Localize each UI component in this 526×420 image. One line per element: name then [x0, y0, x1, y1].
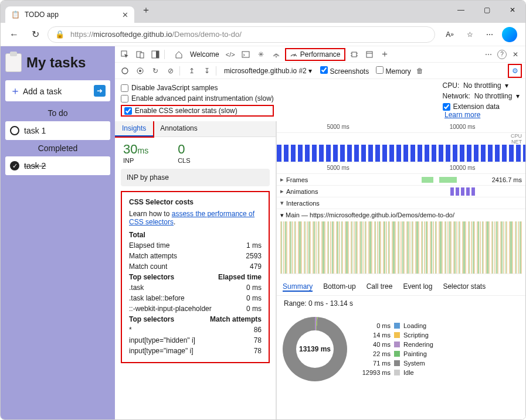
trash-icon[interactable]: 🗑 [413, 64, 426, 77]
screenshots-checkbox[interactable]: Screenshots [320, 66, 369, 76]
read-aloud-icon[interactable]: A» [442, 27, 457, 42]
maximize-button[interactable]: ▢ [474, 1, 500, 19]
help-icon[interactable]: ? [497, 50, 507, 59]
tab-welcome[interactable]: Welcome [188, 50, 222, 59]
refresh-button[interactable]: ↻ [26, 26, 44, 43]
task-row[interactable]: ✓ task 2 [5, 156, 110, 175]
record-button[interactable] [118, 64, 131, 77]
application-icon[interactable] [363, 48, 376, 61]
close-window-button[interactable]: ✕ [500, 1, 525, 19]
frames-track[interactable]: ▸Frames2416.7 ms [277, 174, 525, 186]
svg-rect-8 [352, 52, 357, 57]
unchecked-icon[interactable] [10, 126, 19, 135]
new-tab-button[interactable]: ＋ [134, 4, 158, 16]
inp-phase-card[interactable]: INP by phase [121, 169, 270, 186]
svg-rect-4 [156, 51, 159, 58]
annotations-tab[interactable]: Annotations [153, 121, 204, 136]
interactions-track[interactable]: ▾Interactions [277, 197, 525, 209]
reload-icon[interactable]: ↻ [149, 64, 162, 77]
new-tab-icon[interactable]: ＋ [378, 48, 391, 61]
devtools-panel: Welcome </> ✳ Performance ＋ ⋯ ? ✕ [115, 46, 525, 419]
main-track-header[interactable]: ▾ Main — https://microsoftedge.github.io… [280, 211, 522, 219]
elements-icon[interactable]: </> [224, 48, 237, 61]
minimize-button[interactable]: — [448, 1, 474, 19]
url-input[interactable]: 🔒 https://microsoftedge.github.io/Demos/… [47, 26, 435, 43]
subtab-summary[interactable]: Summary [283, 282, 313, 292]
summary-donut: 13139 ms [283, 317, 347, 381]
range-text: Range: 0 ms - 13.14 s [277, 296, 525, 311]
network-icon[interactable] [270, 48, 283, 61]
network-throttle-select[interactable]: No throttling ▾ [474, 92, 520, 100]
svg-point-6 [276, 56, 277, 57]
inspect-icon[interactable] [118, 48, 131, 61]
svg-point-17 [139, 70, 141, 72]
css-selector-costs-panel: CSS Selector costs Learn how to assess t… [121, 191, 270, 363]
clear-icon[interactable]: ⊘ [164, 64, 177, 77]
svg-point-15 [122, 68, 128, 74]
more-devtools-icon[interactable]: ⋯ [482, 48, 495, 61]
home-icon[interactable] [172, 48, 185, 61]
subtab-eventlog[interactable]: Event log [403, 282, 432, 292]
webpage-content: My tasks ＋Add a task ➜ To do task 1 Comp… [1, 46, 115, 419]
page-title: My tasks [5, 53, 110, 72]
checked-icon[interactable]: ✓ [10, 161, 19, 170]
css-selector-stats-checkbox[interactable]: Enable CSS selector stats (slow) [121, 105, 274, 117]
titlebar: 📋 TODO app ✕ ＋ — ▢ ✕ [1, 1, 525, 23]
bug-icon[interactable]: ✳ [254, 48, 267, 61]
svg-rect-2 [140, 53, 144, 58]
recording-selector[interactable]: microsoftedge.github.io #2 ▾ [222, 67, 314, 75]
insights-tab[interactable]: Insights [115, 121, 153, 136]
page-icon: 📋 [11, 11, 20, 19]
task-row[interactable]: task 1 [5, 121, 110, 140]
back-button[interactable]: ← [5, 26, 23, 43]
cpu-throttle-select[interactable]: No throttling ▾ [463, 81, 508, 90]
disable-js-checkbox[interactable]: Disable JavaScript samples [121, 84, 274, 92]
subtab-bottomup[interactable]: Bottom-up [323, 282, 355, 292]
close-tab-icon[interactable]: ✕ [122, 11, 128, 19]
more-icon[interactable]: ⋯ [482, 27, 497, 42]
summary-legend: 0 msLoading14 msScripting40 msRendering2… [361, 321, 433, 377]
lock-icon: 🔒 [55, 30, 65, 39]
memory-checkbox[interactable]: Memory [376, 66, 411, 76]
subtab-selectorstats[interactable]: Selector stats [443, 282, 486, 292]
overview-timeline[interactable] [277, 145, 525, 162]
add-task-input[interactable]: ＋Add a task ➜ [5, 80, 110, 101]
animations-track[interactable]: ▸Animations [277, 186, 525, 197]
settings-gear-icon[interactable]: ⚙ [508, 64, 522, 78]
upload-icon[interactable]: ↥ [185, 64, 198, 77]
close-devtools-icon[interactable]: ✕ [509, 48, 522, 61]
plus-icon: ＋ [10, 85, 21, 97]
copilot-icon[interactable] [502, 27, 517, 42]
memory-icon[interactable] [348, 48, 361, 61]
learn-more-link[interactable]: Learn more [444, 111, 480, 119]
record-reload-icon[interactable] [134, 64, 147, 77]
submit-task-button[interactable]: ➜ [94, 85, 106, 97]
favorite-icon[interactable]: ☆ [462, 27, 477, 42]
paint-instr-checkbox[interactable]: Enable advanced paint instrumentation (s… [121, 94, 274, 103]
extension-data-checkbox[interactable]: Extension data [443, 103, 520, 111]
download-icon[interactable]: ↧ [201, 64, 213, 77]
tab-title: TODO app [25, 11, 59, 19]
todo-heading: To do [5, 108, 110, 118]
flame-chart[interactable] [280, 221, 522, 274]
svg-rect-13 [366, 52, 372, 57]
clipboard-icon [5, 53, 22, 72]
completed-heading: Completed [5, 144, 110, 153]
performance-icon [290, 50, 298, 59]
subtab-calltree[interactable]: Call tree [366, 282, 393, 292]
tab-performance[interactable]: Performance [285, 48, 345, 61]
cls-metric: 0 CLS [178, 142, 190, 164]
address-bar: ← ↻ 🔒 https://microsoftedge.github.io/De… [1, 23, 525, 46]
svg-rect-5 [242, 52, 249, 57]
inp-metric: 30ms INP [123, 142, 148, 164]
dock-icon[interactable] [149, 48, 162, 61]
device-toggle-icon[interactable] [134, 48, 147, 61]
console-icon[interactable] [239, 48, 252, 61]
browser-tab[interactable]: 📋 TODO app ✕ [5, 6, 134, 23]
